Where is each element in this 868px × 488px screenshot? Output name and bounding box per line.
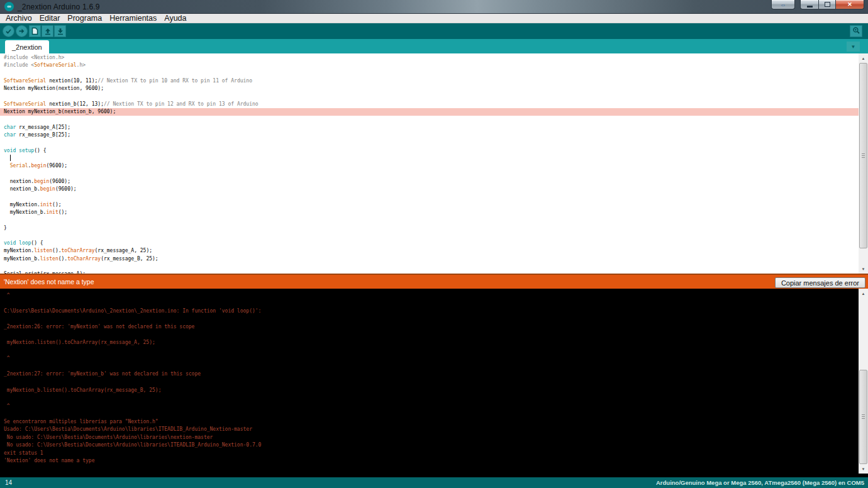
window-controls: ⇔ ✕	[771, 0, 864, 9]
menu-item-archivo[interactable]: Archivo	[2, 14, 36, 23]
code-line[interactable]: myNextion_b.listen().toCharArray(rx_mess…	[0, 255, 859, 263]
restore-icon	[825, 2, 830, 7]
status-board-info: Arduino/Genuino Mega or Mega 2560, ATmeg…	[656, 479, 864, 486]
code-line[interactable]: }	[0, 225, 859, 232]
console-output: ^ C:\Users\Bestia\Documents\Arduino\_2ne…	[4, 292, 857, 465]
code-line[interactable]	[0, 232, 859, 240]
save-button[interactable]	[54, 25, 66, 37]
arduino-ide-window: ∞ _2nextion Arduino 1.6.9 ⇔ ✕ ArchivoEdi…	[0, 0, 868, 488]
window-resize-button[interactable]: ⇔	[771, 0, 795, 9]
upload-button[interactable]	[16, 25, 28, 37]
menu-item-editar[interactable]: Editar	[36, 14, 64, 23]
close-icon: ✕	[847, 1, 852, 8]
serial-monitor-button[interactable]	[850, 25, 862, 37]
tab-strip: _2nextion ▼	[0, 39, 868, 53]
code-line[interactable]: char rx_message_A[25];	[0, 124, 859, 131]
editor-scrollbar-thumb[interactable]	[859, 63, 867, 248]
title-bar: ∞ _2nextion Arduino 1.6.9 ⇔ ✕	[0, 0, 868, 14]
menu-item-herramientas[interactable]: Herramientas	[106, 14, 160, 23]
code-lines[interactable]: #include <Nextion.h>#include <SoftwareSe…	[0, 54, 859, 274]
console-panel: ^ C:\Users\Bestia\Documents\Arduino\_2ne…	[0, 289, 868, 477]
code-line[interactable]	[0, 263, 859, 270]
code-line[interactable]	[0, 155, 859, 162]
error-bar: 'Nextion' does not name a type Copiar me…	[0, 274, 868, 289]
code-line[interactable]	[0, 170, 859, 177]
arrow-up-icon	[44, 28, 52, 35]
editor-scrollbar[interactable]: ▲ ▼	[859, 53, 868, 274]
tab-2nextion[interactable]: _2nextion	[5, 40, 49, 53]
window-title: _2nextion Arduino 1.6.9	[18, 3, 100, 11]
code-line[interactable]: myNextion.listen().toCharArray(rx_messag…	[0, 247, 859, 255]
code-line[interactable]: void setup() {	[0, 147, 859, 155]
code-line[interactable]: myNextion_b.init();	[0, 209, 859, 216]
copy-error-messages-button[interactable]: Copiar mensajes de error	[775, 277, 865, 288]
tab-list-dropdown-button[interactable]: ▼	[847, 42, 860, 52]
status-bar: 14 Arduino/Genuino Mega or Mega 2560, AT…	[0, 477, 868, 488]
error-message: 'Nextion' does not name a type	[0, 278, 94, 286]
open-button[interactable]	[42, 25, 53, 37]
code-line[interactable]: myNextion.init();	[0, 201, 859, 209]
code-line[interactable]	[0, 193, 859, 201]
code-line[interactable]	[0, 139, 859, 147]
check-icon	[5, 28, 12, 35]
code-line[interactable]: SoftwareSerial nextion_b(12, 13);// Next…	[0, 101, 859, 108]
arrow-down-icon	[57, 28, 64, 35]
code-line[interactable]	[0, 92, 859, 100]
menu-item-programa[interactable]: Programa	[64, 14, 106, 23]
toolbar	[0, 23, 868, 39]
code-editor[interactable]: #include <Nextion.h>#include <SoftwareSe…	[0, 53, 868, 274]
menu-bar-items: ArchivoEditarProgramaHerramientasAyuda	[0, 14, 868, 23]
resize-icon: ⇔	[780, 1, 786, 8]
verify-button[interactable]	[3, 25, 14, 37]
scroll-up-icon[interactable]: ▲	[859, 53, 868, 63]
code-line[interactable]	[0, 216, 859, 224]
thumb-grip-icon	[862, 414, 865, 419]
console-scrollbar-thumb[interactable]	[859, 370, 867, 464]
scroll-down-icon[interactable]: ▼	[859, 264, 868, 274]
code-line[interactable]: #include <Nextion.h>	[0, 54, 859, 62]
code-line[interactable]: nextion.begin(9600);	[0, 178, 859, 186]
thumb-grip-icon	[862, 153, 865, 158]
text-cursor	[10, 155, 11, 161]
window-minimize-button[interactable]	[800, 0, 818, 9]
console-scrollbar[interactable]: ▲ ▼	[859, 289, 868, 474]
chevron-down-icon: ▼	[851, 44, 856, 50]
arrow-right-icon	[18, 28, 25, 35]
code-line[interactable]: char rx_message_B[25];	[0, 131, 859, 139]
code-line[interactable]: void loop() {	[0, 240, 859, 247]
code-line[interactable]: #include <SoftwareSerial.h>	[0, 62, 859, 69]
new-sketch-button[interactable]	[29, 25, 41, 37]
code-line[interactable]: Nextion myNextion(nextion, 9600);	[0, 85, 859, 92]
window-maximize-button[interactable]	[818, 0, 835, 9]
menu-item-ayuda[interactable]: Ayuda	[160, 14, 190, 23]
scroll-up-icon[interactable]: ▲	[859, 289, 868, 298]
document-icon	[31, 27, 38, 35]
status-line-number: 14	[0, 479, 12, 486]
scroll-down-icon[interactable]: ▼	[859, 464, 868, 474]
window-button-group: ✕	[800, 0, 864, 9]
code-line[interactable]	[0, 116, 859, 123]
code-line[interactable]: nextion_b.begin(9600);	[0, 186, 859, 193]
window-close-button[interactable]: ✕	[835, 0, 864, 9]
code-line[interactable]: Nextion myNextion_b(nextion_b, 9600);	[0, 108, 859, 116]
magnifier-icon	[852, 26, 860, 37]
code-line[interactable]: SoftwareSerial nextion(10, 11);// Nextio…	[0, 77, 859, 85]
code-line[interactable]: Serial.begin(9600);	[0, 162, 859, 170]
minimize-icon	[807, 6, 813, 8]
code-line[interactable]	[0, 70, 859, 77]
arduino-logo-icon: ∞	[4, 2, 14, 11]
